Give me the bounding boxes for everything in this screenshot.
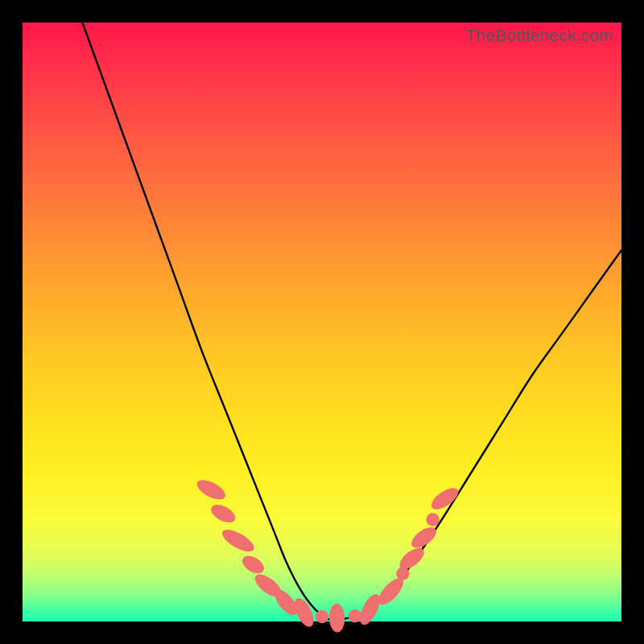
data-marker — [426, 513, 439, 526]
data-marker — [349, 609, 361, 622]
data-marker — [194, 476, 229, 503]
data-marker — [328, 603, 345, 632]
data-marker — [316, 610, 328, 623]
data-marker — [428, 484, 462, 514]
marker-layer — [194, 476, 461, 632]
outer-frame: TheBottleneck.com — [0, 0, 644, 644]
data-marker — [396, 567, 409, 580]
series-right-curve — [334, 250, 621, 621]
curve-layer — [82, 23, 621, 621]
data-marker — [208, 502, 238, 526]
chart-svg — [23, 23, 621, 621]
plot-area: TheBottleneck.com — [23, 23, 621, 621]
data-marker — [219, 526, 258, 556]
data-marker — [239, 552, 267, 577]
series-left-curve — [82, 23, 333, 621]
